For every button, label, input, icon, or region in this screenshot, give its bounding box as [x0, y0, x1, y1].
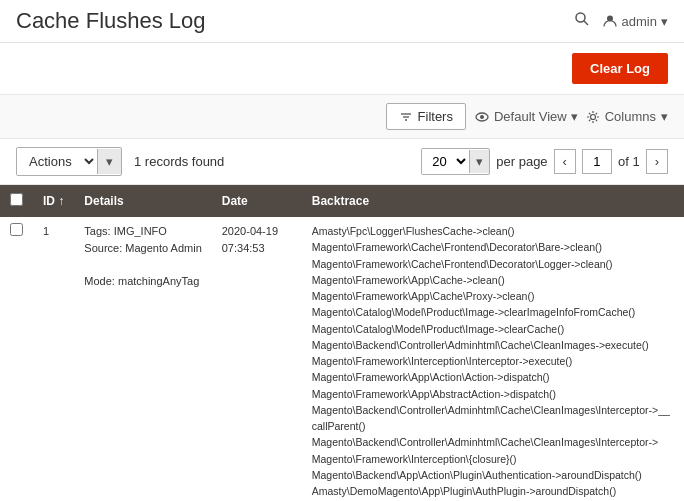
page-container: Cache Flushes Log admin ▾ Clear Log [0, 0, 684, 501]
user-icon [602, 13, 618, 29]
row-backtrace: Amasty\Fpc\Logger\FlushesCache->clean()M… [302, 217, 684, 501]
col-header-backtrace[interactable]: Backtrace [302, 185, 684, 217]
actions-dropdown-button[interactable]: ▾ [97, 149, 121, 174]
details-tags: Tags: IMG_INFO [84, 223, 201, 240]
details-mode: Mode: matchingAnyTag [84, 273, 201, 290]
actions-select[interactable]: Actions [17, 148, 97, 175]
pagination: 20 ▾ per page ‹ of 1 › [421, 148, 668, 175]
records-found: 1 records found [134, 154, 224, 169]
table-header-row: ID ↑ Details Date Backtrace [0, 185, 684, 217]
row-details: Tags: IMG_INFOSource: Magento AdminMode:… [74, 217, 211, 501]
columns-chevron-icon: ▾ [661, 109, 668, 124]
per-page-dropdown-button[interactable]: ▾ [469, 150, 489, 173]
columns-button[interactable]: Columns ▾ [586, 109, 668, 124]
table-container: ID ↑ Details Date Backtrace 1Tags: IMG_I… [0, 185, 684, 501]
search-icon [574, 11, 590, 27]
page-title: Cache Flushes Log [16, 8, 206, 34]
svg-point-0 [576, 13, 585, 22]
columns-label: Columns [605, 109, 656, 124]
default-view-label: Default View [494, 109, 567, 124]
prev-page-button[interactable]: ‹ [554, 149, 576, 174]
col-header-date[interactable]: Date [212, 185, 302, 217]
page-input[interactable] [582, 149, 612, 174]
admin-chevron-icon: ▾ [661, 14, 668, 29]
svg-point-8 [590, 114, 595, 119]
view-chevron-icon: ▾ [571, 109, 578, 124]
filter-icon [399, 110, 413, 124]
admin-user[interactable]: admin ▾ [602, 13, 668, 29]
actions-bar: Actions ▾ 1 records found 20 ▾ per page … [0, 139, 684, 185]
default-view-button[interactable]: Default View ▾ [474, 109, 578, 125]
next-page-button[interactable]: › [646, 149, 668, 174]
col-header-details[interactable]: Details [74, 185, 211, 217]
col-header-checkbox [0, 185, 33, 217]
svg-line-1 [584, 21, 588, 25]
top-bar-right: admin ▾ [574, 11, 668, 31]
row-date: 2020-04-19 07:34:53 [212, 217, 302, 501]
log-table: ID ↑ Details Date Backtrace 1Tags: IMG_I… [0, 185, 684, 501]
per-page-select-wrap[interactable]: 20 ▾ [421, 148, 490, 175]
filters-label: Filters [418, 109, 453, 124]
top-bar: Cache Flushes Log admin ▾ [0, 0, 684, 43]
row-id: 1 [33, 217, 74, 501]
svg-point-7 [480, 115, 484, 119]
eye-icon [474, 109, 490, 125]
page-of-label: of 1 [618, 154, 640, 169]
clear-log-button[interactable]: Clear Log [572, 53, 668, 84]
per-page-select[interactable]: 20 [422, 149, 469, 174]
gear-icon [586, 110, 600, 124]
action-bar: Clear Log [0, 43, 684, 95]
row-checkbox-cell [0, 217, 33, 501]
select-all-checkbox[interactable] [10, 193, 23, 206]
actions-select-wrap[interactable]: Actions ▾ [16, 147, 122, 176]
row-checkbox[interactable] [10, 223, 23, 236]
per-page-label: per page [496, 154, 547, 169]
table-row: 1Tags: IMG_INFOSource: Magento AdminMode… [0, 217, 684, 501]
toolbar: Filters Default View ▾ Columns ▾ [0, 95, 684, 139]
filters-button[interactable]: Filters [386, 103, 466, 130]
details-source: Source: Magento Admin [84, 240, 201, 257]
admin-label: admin [622, 14, 657, 29]
search-button[interactable] [574, 11, 590, 31]
col-header-id[interactable]: ID ↑ [33, 185, 74, 217]
